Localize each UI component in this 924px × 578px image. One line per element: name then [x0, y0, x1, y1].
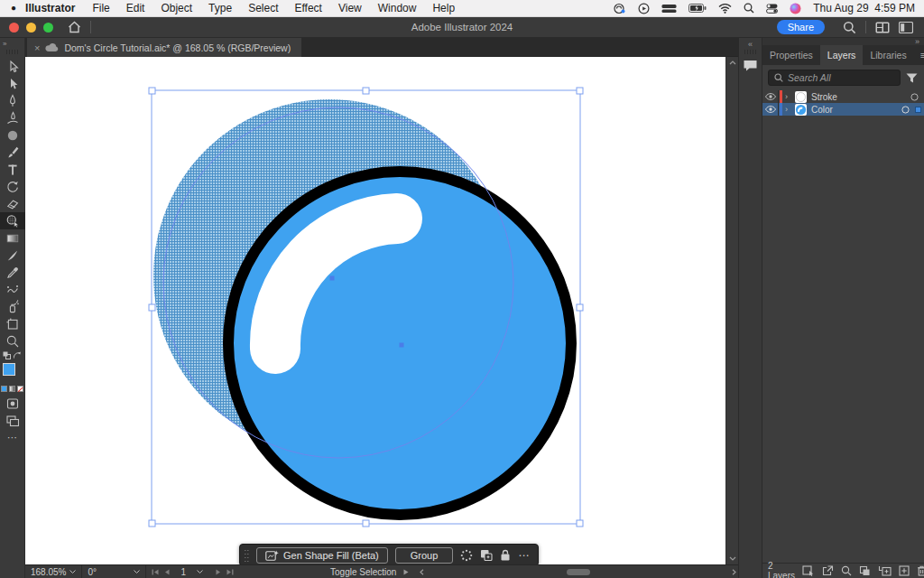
workspace-panel-icon[interactable] — [899, 22, 913, 33]
menu-help[interactable]: Help — [424, 2, 463, 14]
menu-file[interactable]: File — [84, 2, 117, 14]
play-status-icon[interactable] — [403, 569, 409, 575]
dock-collapse-icon[interactable]: « — [739, 38, 762, 49]
curvature-tool[interactable] — [0, 109, 25, 126]
collect-for-export-icon[interactable] — [802, 565, 815, 576]
vertical-scrollbar[interactable] — [725, 57, 738, 564]
wifi-icon[interactable] — [718, 4, 732, 14]
play-circle-icon[interactable] — [638, 3, 650, 14]
first-artboard-icon[interactable] — [152, 569, 159, 575]
scrollbar-thumb[interactable] — [567, 569, 590, 575]
selection-handle[interactable] — [149, 520, 155, 527]
home-icon[interactable] — [68, 21, 81, 33]
visibility-eye-icon[interactable] — [762, 93, 778, 100]
panel-menu-icon[interactable]: ≡ — [914, 45, 924, 65]
target-circle-icon[interactable] — [910, 93, 919, 101]
menu-view[interactable]: View — [330, 2, 370, 14]
keyboard-icon[interactable] — [661, 4, 677, 14]
previous-artboard-icon[interactable] — [164, 569, 170, 575]
selection-handle[interactable] — [149, 88, 155, 94]
symbol-sprayer-tool[interactable] — [0, 298, 25, 315]
search-icon[interactable] — [843, 21, 856, 34]
export-icon[interactable] — [822, 565, 834, 576]
artboard-number[interactable]: 1 — [175, 567, 191, 577]
tab-libraries[interactable]: Libraries — [863, 45, 913, 65]
taskbar-drag-handle[interactable] — [245, 549, 249, 562]
close-window-button[interactable] — [9, 23, 19, 33]
artwork[interactable] — [25, 57, 725, 564]
anchor-point[interactable] — [400, 343, 404, 348]
search-input[interactable] — [788, 72, 894, 83]
siri-icon[interactable] — [790, 3, 801, 14]
zoom-tool[interactable] — [0, 332, 25, 350]
more-options-icon[interactable]: ⋯ — [518, 549, 530, 562]
tab-properties[interactable]: Properties — [762, 45, 820, 65]
gradient-tool[interactable] — [0, 229, 25, 247]
group-button[interactable]: Group — [395, 547, 454, 564]
selection-handle[interactable] — [363, 88, 369, 94]
artboard-tool[interactable] — [0, 315, 25, 332]
panel-collapse-icon[interactable]: » — [762, 38, 924, 45]
selection-indicator[interactable] — [915, 107, 921, 113]
recolor-icon[interactable] — [460, 549, 473, 562]
minimize-window-button[interactable] — [26, 23, 36, 33]
document-tab[interactable]: × Dom's Circle Tutorial.aic* @ 168.05 % … — [27, 38, 301, 57]
expand-layer-icon[interactable]: › — [785, 92, 793, 101]
scroll-down-icon[interactable] — [729, 556, 736, 561]
delete-layer-icon[interactable] — [917, 565, 924, 576]
comment-icon[interactable] — [739, 59, 762, 72]
battery-icon[interactable] — [688, 4, 707, 13]
none-button[interactable] — [17, 386, 23, 392]
horizontal-scrollbar[interactable] — [414, 565, 738, 578]
control-center-icon[interactable] — [766, 4, 778, 14]
scroll-right-icon[interactable] — [732, 569, 736, 575]
spotlight-icon[interactable] — [744, 3, 754, 14]
artboard-canvas[interactable]: Gen Shape Fill (Beta) Group ⋯ — [25, 57, 725, 564]
fill-swatch-blue[interactable] — [3, 363, 15, 376]
new-sublayer-icon[interactable] — [878, 565, 892, 576]
default-fill-stroke-icon[interactable] — [3, 351, 11, 359]
target-circle-icon[interactable] — [901, 106, 910, 114]
close-tab-icon[interactable]: × — [34, 42, 40, 53]
layer-row-color[interactable]: › Color — [762, 103, 924, 116]
drawing-mode-button[interactable] — [0, 395, 25, 412]
status-display[interactable]: Toggle Selection — [325, 565, 414, 578]
menu-app-name[interactable]: Illustrator — [16, 2, 84, 14]
blend-tool[interactable] — [0, 281, 25, 298]
menu-select[interactable]: Select — [240, 2, 286, 14]
toolbar-expand-icon[interactable]: » — [0, 38, 24, 48]
workspace-layout-icon[interactable] — [875, 22, 890, 33]
menu-type[interactable]: Type — [200, 2, 240, 14]
swap-fill-stroke-icon[interactable] — [13, 351, 22, 359]
expand-layer-icon[interactable]: › — [785, 105, 793, 114]
gradient-button[interactable] — [9, 386, 15, 392]
duplicate-icon[interactable] — [480, 549, 493, 561]
comments-grip[interactable] — [744, 50, 756, 54]
fill-stroke-swatches[interactable] — [3, 363, 23, 383]
filter-icon[interactable] — [906, 73, 918, 83]
gen-shape-fill-button[interactable]: Gen Shape Fill (Beta) — [256, 547, 388, 564]
toolbar-grip[interactable] — [6, 50, 18, 54]
layer-thumbnail[interactable] — [795, 91, 807, 103]
menu-window[interactable]: Window — [370, 2, 425, 14]
more-tools-icon[interactable]: ⋯ — [0, 429, 25, 446]
menu-object[interactable]: Object — [152, 2, 200, 14]
rotation-select[interactable]: 0° — [82, 565, 145, 578]
visibility-eye-icon[interactable] — [762, 106, 778, 113]
zoom-window-button[interactable] — [43, 23, 53, 33]
type-tool[interactable] — [0, 161, 25, 178]
rotate-tool[interactable] — [0, 178, 25, 195]
capture-icon[interactable] — [613, 3, 626, 14]
layer-row-stroke[interactable]: › Stroke — [762, 90, 924, 103]
eyedropper-tool[interactable] — [0, 264, 25, 281]
layers-search-field[interactable] — [768, 70, 901, 86]
menu-effect[interactable]: Effect — [286, 2, 329, 14]
direct-selection-tool[interactable] — [0, 75, 25, 92]
screen-mode-button[interactable] — [0, 412, 25, 429]
make-mask-icon[interactable] — [859, 565, 871, 576]
chevron-down-icon[interactable] — [197, 570, 203, 573]
last-artboard-icon[interactable] — [226, 569, 234, 575]
selection-handle[interactable] — [149, 304, 155, 311]
share-button[interactable]: Share — [777, 20, 825, 34]
selection-handle[interactable] — [577, 88, 583, 94]
